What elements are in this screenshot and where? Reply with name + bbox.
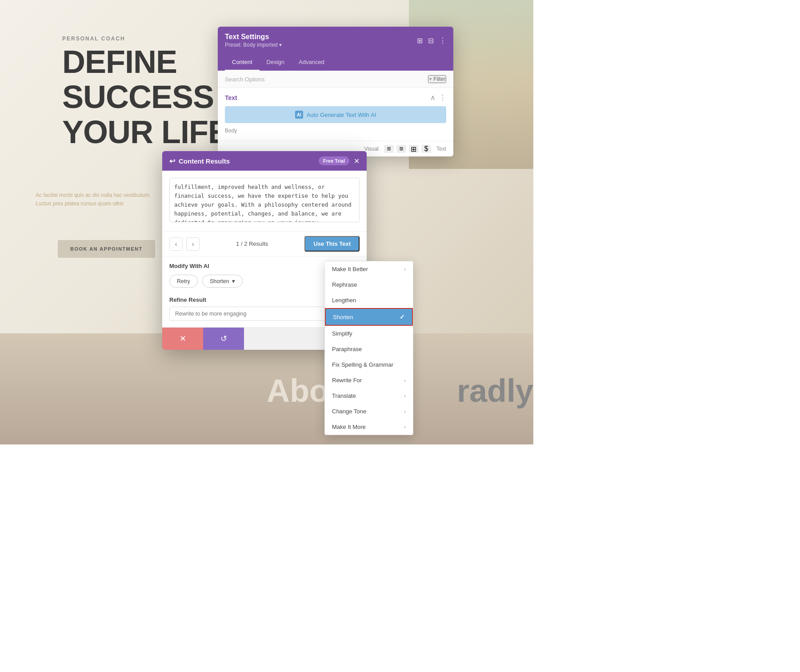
panel-preset: Preset: Body imported ▾ — [225, 42, 282, 48]
dropdown-fix-spelling[interactable]: Fix Spelling & Grammar — [325, 357, 413, 372]
panel-tabs: Content Design Advanced — [218, 54, 453, 71]
use-this-text-button[interactable]: Use This Text — [304, 236, 360, 252]
shorten-button[interactable]: Shorten ▾ — [202, 275, 243, 288]
filter-button[interactable]: + Filter — [428, 75, 446, 83]
panel-search-bar: Search Options + Filter — [218, 71, 453, 88]
chevron-right-icon-3: › — [404, 393, 406, 399]
panel-text-section: Text ∧ ⋮ AI Auto Generate Text With AI B… — [218, 88, 453, 141]
next-button[interactable]: › — [186, 237, 200, 251]
search-placeholder: Search Options — [225, 76, 265, 83]
coach-label: PERSONAL COACH — [62, 36, 125, 42]
prev-button[interactable]: ‹ — [169, 237, 183, 251]
ai-icon: AI — [295, 111, 303, 119]
undo-button[interactable]: ↺ — [203, 328, 244, 350]
chevron-right-icon: › — [404, 266, 406, 272]
tab-design[interactable]: Design — [260, 54, 292, 71]
dropdown-rephrase[interactable]: Rephrase — [325, 277, 413, 292]
dropdown-simplify[interactable]: Simplify — [325, 326, 413, 341]
tab-advanced[interactable]: Advanced — [292, 54, 332, 71]
cr-title: Content Results — [179, 157, 230, 165]
book-appointment-button[interactable]: BOOK AN APPOINTMENT — [58, 240, 155, 258]
dropdown-translate[interactable]: Translate › — [325, 388, 413, 404]
radly-text: radly — [457, 372, 533, 409]
chevron-right-icon-4: › — [404, 408, 406, 415]
body-label: Body — [225, 128, 446, 134]
table-icon[interactable]: ⊞ — [409, 145, 419, 153]
empty-space — [244, 328, 326, 350]
bg-body-text: Ac facilisi morbi quis ac dis nulla hac … — [36, 191, 151, 208]
section-header: Text ∧ ⋮ — [225, 93, 446, 102]
dropdown-lengthen[interactable]: Lengthen — [325, 292, 413, 308]
results-count: 1 / 2 Results — [236, 240, 268, 247]
retry-button[interactable]: Retry — [169, 275, 198, 288]
panel-header-actions: ⊞ ⊟ ⋮ — [417, 36, 446, 45]
section-more-icon[interactable]: ⋮ — [439, 93, 446, 102]
chevron-right-icon-5: › — [404, 424, 406, 430]
cr-textarea[interactable]: fulfillment, improved health and wellnes… — [169, 178, 360, 222]
text-settings-panel: Text Settings Preset: Body imported ▾ ⊞ … — [218, 27, 453, 156]
align-left-icon[interactable]: ≡ — [384, 145, 394, 153]
text-label: Text — [436, 146, 446, 152]
ai-generate-button[interactable]: AI Auto Generate Text With AI — [225, 106, 446, 123]
check-icon: ✓ — [400, 313, 405, 320]
dropdown-paraphrase[interactable]: Paraphrase — [325, 341, 413, 357]
discard-button[interactable]: ✕ — [162, 328, 203, 350]
free-trial-badge: Free Trial — [319, 156, 349, 165]
section-chevron-icon[interactable]: ∧ — [430, 93, 436, 102]
cr-text-area: fulfillment, improved health and wellnes… — [162, 171, 367, 232]
visual-label: Visual — [364, 146, 379, 152]
dropdown-rewrite-for[interactable]: Rewrite For › — [325, 372, 413, 388]
section-actions: ∧ ⋮ — [430, 93, 446, 102]
dropdown-make-it-better[interactable]: Make It Better › — [325, 261, 413, 277]
dropdown-make-it-more[interactable]: Make It More › — [325, 419, 413, 435]
back-icon[interactable]: ↩ — [169, 157, 175, 165]
dropdown-change-tone[interactable]: Change Tone › — [325, 404, 413, 419]
grid-icon[interactable]: ⊟ — [428, 36, 434, 45]
panel-title: Text Settings — [225, 33, 282, 41]
more-icon[interactable]: ⋮ — [439, 36, 446, 45]
panel-header: Text Settings Preset: Body imported ▾ ⊞ … — [218, 27, 453, 54]
section-title: Text — [225, 94, 237, 101]
align-center-icon[interactable]: ≡ — [396, 145, 406, 153]
tab-content[interactable]: Content — [225, 54, 260, 71]
cr-header: ↩ Content Results Free Trial ✕ — [162, 151, 367, 171]
screen-icon[interactable]: ⊞ — [417, 36, 423, 45]
cr-navigation: ‹ › 1 / 2 Results Use This Text — [162, 232, 367, 256]
dropdown-shorten[interactable]: Shorten ✓ — [325, 308, 413, 326]
shorten-dropdown: Make It Better › Rephrase Lengthen Short… — [324, 261, 413, 435]
dollar-icon[interactable]: $ — [421, 145, 431, 153]
chevron-right-icon-2: › — [404, 377, 406, 384]
close-icon[interactable]: ✕ — [354, 157, 360, 165]
